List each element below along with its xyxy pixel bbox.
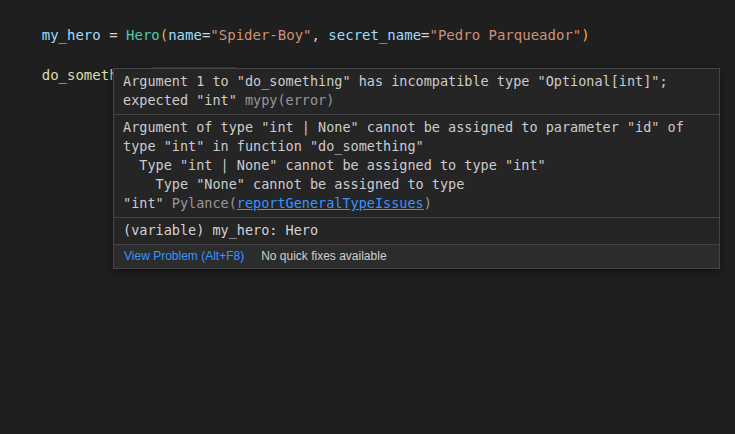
editor-area[interactable]: my_hero = Hero(name="Spider-Boy", secret… bbox=[0, 0, 735, 434]
diagnostic-message-line: "int" Pylance(reportGeneralTypeIssues) bbox=[123, 194, 710, 213]
variable-type-info: (variable) my_hero: Hero bbox=[123, 221, 710, 240]
diagnostic-message-line: expected "int" mypy(error) bbox=[123, 91, 710, 110]
code-token: my_hero bbox=[42, 27, 101, 43]
diagnostic-source-label: Pylance( bbox=[172, 195, 237, 211]
open-paren-token: ( bbox=[160, 27, 168, 43]
hover-tooltip: Argument 1 to "do_something" has incompa… bbox=[113, 68, 720, 269]
string-token: "Spider-Boy" bbox=[210, 27, 311, 43]
hover-status-bar: View Problem (Alt+F8) No quick fixes ava… bbox=[114, 245, 719, 268]
code-token: = bbox=[101, 27, 126, 43]
no-quick-fixes-text: No quick fixes available bbox=[261, 249, 386, 263]
mypy-diagnostic-section: Argument 1 to "do_something" has incompa… bbox=[114, 69, 719, 115]
code-token: name bbox=[168, 27, 202, 43]
code-token: secret_name bbox=[328, 27, 421, 43]
diagnostic-source-label: mypy(error) bbox=[245, 92, 334, 108]
variable-type-section: (variable) my_hero: Hero bbox=[114, 218, 719, 245]
diagnostic-message-line: Argument of type "int | None" cannot be … bbox=[123, 118, 710, 137]
close-paren-token: ) bbox=[581, 27, 589, 43]
diagnostic-message-line: Argument 1 to "do_something" has incompa… bbox=[123, 72, 710, 91]
code-token: , bbox=[312, 27, 329, 43]
pylance-diagnostic-section: Argument of type "int | None" cannot be … bbox=[114, 115, 719, 218]
code-token: = bbox=[421, 27, 429, 43]
report-general-type-issues-link[interactable]: reportGeneralTypeIssues bbox=[237, 195, 424, 211]
view-problem-link[interactable]: View Problem (Alt+F8) bbox=[124, 249, 244, 263]
diagnostic-message-line: type "int" in function "do_something" bbox=[123, 137, 710, 156]
diagnostic-message-line: Type "None" cannot be assigned to type bbox=[123, 175, 710, 194]
diagnostic-text: "int" bbox=[123, 195, 172, 211]
diagnostic-text: expected "int" bbox=[123, 92, 245, 108]
diagnostic-message-line: Type "int | None" cannot be assigned to … bbox=[123, 156, 710, 175]
diagnostic-source-label: ) bbox=[424, 195, 432, 211]
code-token: Hero bbox=[126, 27, 160, 43]
string-token: "Pedro Parqueador" bbox=[430, 27, 582, 43]
